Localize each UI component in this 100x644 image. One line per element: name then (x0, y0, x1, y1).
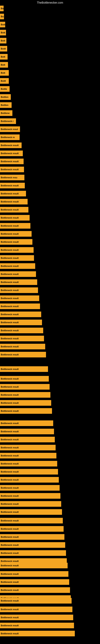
bar-label: Bottleneck re (1, 136, 15, 138)
bar-label: Bottleneck result (1, 446, 19, 449)
list-item: Bo (0, 6, 3, 11)
list-item: Bottleneck result (0, 631, 75, 636)
bar-label: Bottleneck result (1, 297, 19, 300)
bar-label: Bottleneck result (1, 528, 19, 530)
bar-label: Bottleneck result (1, 368, 19, 370)
list-item: Bottleneck result (0, 477, 59, 482)
bar-label: Bottleneck result (1, 544, 19, 546)
list-item: Bottleneck result (0, 312, 41, 317)
bar-label: Bottleneck result (1, 168, 19, 171)
bar-label: Bottleneck result (1, 144, 19, 146)
list-item: Bottl (0, 46, 7, 52)
bar-label: Bottleneck result (1, 281, 19, 283)
list-item: Bottleneck result (0, 215, 30, 220)
bar-label: Bottleneck result (1, 160, 19, 162)
bar-label: Bottleneck result (1, 608, 19, 610)
bar-label: Bottleneck result (1, 345, 19, 348)
list-item: Bottleneck r (0, 118, 16, 124)
bar-label: Bottleneck result (1, 378, 19, 380)
list-item: Bottleneck result (0, 320, 42, 325)
bar-label: Bottleneck result (1, 552, 19, 554)
list-item: Bottleneck result (0, 526, 64, 532)
list-item: Bottleneck result (0, 400, 51, 406)
bar-label: Bottleneck result (1, 511, 19, 513)
list-item: Bott (0, 22, 5, 27)
bar-label: Bottleneck result (1, 354, 19, 356)
bar-label: Bottleneck result (1, 495, 19, 497)
bar-label: Bottleneck result (1, 241, 19, 243)
list-item: Bottleneck result (0, 158, 24, 164)
bar-label: Bottleneck result (1, 616, 19, 619)
bar-label: Bottleneck result (1, 573, 19, 575)
bar-label: Bottleneck result (1, 233, 19, 235)
bar-label: Bottlen (1, 104, 8, 106)
bar-label: Bottleneck result (1, 305, 19, 308)
bar-label: Bottleneck result (1, 560, 19, 562)
list-item: Bottleneck result (0, 231, 32, 237)
list-item: Bottle (0, 86, 10, 92)
list-item: Bottleneck result (0, 247, 34, 253)
bar-label: Bottleneck result (1, 410, 19, 412)
list-item: Bottleneck result (0, 279, 37, 285)
list-item: Bottleneck result (0, 469, 58, 474)
bar-label: Bo (1, 15, 4, 18)
bar-label: Bott (1, 72, 5, 74)
list-item: Bottlen (0, 94, 11, 100)
bar-label: Bottleneck result (1, 503, 19, 505)
list-item: Bott (0, 30, 6, 36)
list-item: Bottleneck re (0, 134, 20, 140)
bar-label: Bottleneck result (1, 454, 19, 457)
bar-label: Bottleneck result (1, 470, 19, 473)
bar-label: Bottleneck result (1, 536, 19, 538)
list-item: Bottleneck result (0, 344, 45, 349)
list-item: Bottleneck result (0, 352, 46, 358)
list-item: Bottleneck result (0, 598, 72, 604)
list-item: Bottleneck resu (0, 175, 24, 180)
list-item: Bottleneck result (0, 288, 38, 293)
bar-label: Bottleneck result (1, 581, 19, 583)
bar-label: Bottl (1, 80, 6, 82)
list-item: Bottleneck result (0, 183, 25, 188)
list-item: Bottleneck result (0, 534, 64, 540)
bar-label: Bottl (1, 48, 6, 50)
list-item: Bottleneck result (0, 366, 48, 372)
list-item: Bo (0, 14, 4, 19)
bar-label: Bottleneck result (1, 152, 19, 154)
bar-label: Bottleneck result (1, 402, 19, 404)
bar-label: Bott (1, 23, 5, 26)
bar-label: Bottleneck result (1, 321, 19, 324)
list-item: Bottleneck result (0, 493, 60, 499)
list-item: Bottlen (0, 102, 12, 108)
bar-label: Bottlene (1, 112, 10, 114)
bar-label: Bottleneck result (1, 192, 19, 195)
list-item: Bottleneck result (0, 207, 28, 212)
list-item: Bottleneck result (0, 296, 39, 301)
bar-label: Bottleneck result (1, 313, 19, 316)
list-item: Bottleneck result (0, 606, 72, 612)
list-item: Bottleneck result (0, 542, 65, 548)
bar-label: Bottleneck result (1, 200, 19, 203)
list-item: Bottleneck resul (0, 126, 20, 132)
list-item: Bottleneck result (0, 167, 24, 172)
bar-label: Bottleneck result (1, 600, 19, 602)
bar-label: Bott (1, 40, 5, 42)
list-item: Bottleneck result (0, 408, 52, 414)
list-item: Bott (0, 38, 6, 44)
list-item: Bottleneck result (0, 429, 54, 434)
bar-label: Bottlen (1, 96, 8, 98)
site-title: TheBottlenecker.com (37, 1, 63, 4)
list-item: Bottleneck result (0, 563, 68, 568)
bar-label: Bottleneck result (1, 265, 19, 267)
list-item: Bottleneck result (0, 614, 73, 620)
list-item: Bottleneck result (0, 571, 68, 577)
list-item: Bottleneck result (0, 384, 50, 390)
bar-label: Bott (1, 56, 5, 58)
list-item: Bott (0, 54, 8, 60)
list-item: Bottleneck result (0, 271, 36, 277)
bar-label: Bottleneck result (1, 394, 19, 396)
bar-label: Bottleneck result (1, 337, 19, 340)
list-item: Bottleneck result (0, 485, 60, 491)
bar-label: Bottleneck result (1, 478, 19, 481)
bar-label: Bottleneck result (1, 386, 19, 388)
bar-label: Bottleneck resu (1, 176, 17, 179)
